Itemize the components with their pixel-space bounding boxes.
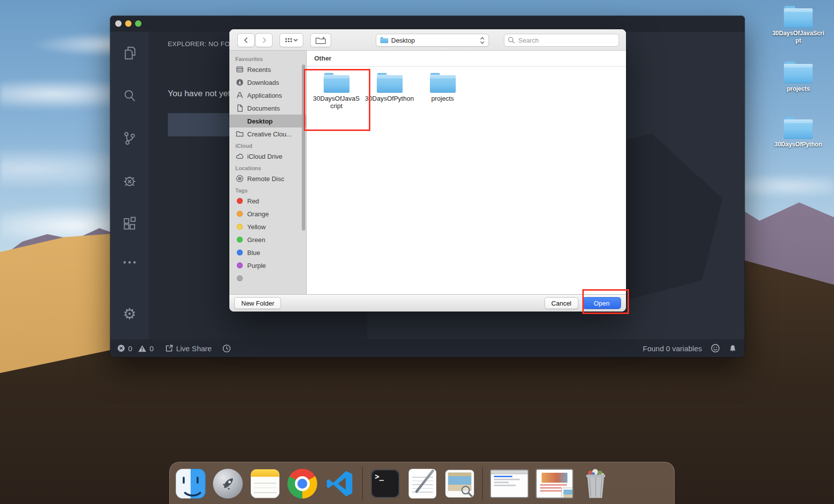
sidebar-item-applications[interactable]: Applications [229, 89, 306, 102]
window-minimize-button[interactable] [125, 20, 132, 27]
sidebar-item-creative-cloud[interactable]: Creative Clou... [229, 127, 306, 140]
open-button[interactable]: Open [582, 297, 621, 309]
source-control-icon[interactable] [110, 117, 149, 160]
location-dropdown-value: Desktop [391, 37, 415, 44]
dock-minimized-window-icon[interactable] [489, 468, 529, 500]
warning-count: 0 [149, 344, 153, 353]
live-share-label: Live Share [176, 344, 212, 353]
dialog-folder-30daysofpython[interactable]: 30DaysOfPython [363, 73, 416, 110]
sidebar-tag-yellow[interactable]: Yellow [229, 220, 306, 233]
extensions-icon[interactable] [110, 202, 149, 245]
finder-open-dialog: Desktop Favourites [229, 29, 626, 312]
error-icon [117, 344, 125, 352]
desktop-folder-label: 30DaysOfJavaScript [770, 30, 826, 45]
dialog-folder-30daysofjavascript[interactable]: 30DaysOfJavaScript [310, 73, 363, 110]
dock-chrome-icon[interactable] [286, 468, 318, 500]
dock-launchpad-icon[interactable] [212, 468, 244, 500]
search-icon[interactable] [110, 74, 149, 117]
sidebar-item-label: Recents [247, 66, 271, 73]
new-folder-toolbar-button[interactable] [310, 33, 331, 47]
dock: >_ [169, 462, 675, 504]
sidebar-tag-partial[interactable] [229, 272, 306, 285]
more-actions-icon[interactable] [110, 245, 149, 280]
applications-icon [235, 91, 244, 99]
tag-label: Blue [247, 249, 260, 256]
sidebar-item-documents[interactable]: Documents [229, 102, 306, 115]
search-input[interactable] [517, 36, 615, 45]
tag-label: Red [247, 197, 259, 205]
dock-trash-icon[interactable] [580, 468, 612, 500]
folder-icon [377, 73, 403, 93]
documents-icon [235, 104, 244, 112]
clock-icon[interactable] [222, 344, 231, 353]
dock-textedit-icon[interactable] [407, 468, 438, 500]
dock-vscode-icon[interactable] [324, 468, 355, 500]
sidebar-tag-red[interactable]: Red [229, 194, 306, 207]
notifications-bell-icon[interactable] [729, 344, 737, 353]
dock-preview-icon[interactable] [444, 468, 476, 500]
folder-icon [784, 117, 813, 139]
disc-icon [235, 175, 244, 183]
dock-separator [482, 467, 483, 501]
desktop-folder-projects[interactable]: projects [766, 62, 830, 93]
sidebar-item-icloud-drive[interactable]: iCloud Drive [229, 150, 306, 163]
tag-color-dot [237, 237, 243, 243]
tag-color-dot [237, 224, 243, 230]
tag-color-dot [237, 211, 243, 217]
tag-color-dot [237, 198, 243, 204]
dialog-folder-label: 30DaysOfJavaScript [312, 95, 361, 110]
sidebar-scrollbar[interactable] [302, 64, 305, 231]
share-icon [165, 344, 173, 353]
new-folder-button[interactable]: New Folder [234, 297, 281, 309]
window-zoom-button[interactable] [135, 20, 141, 27]
dock-notes-icon[interactable] [249, 468, 281, 500]
explorer-icon[interactable] [110, 32, 149, 74]
tag-label: Yellow [247, 223, 266, 231]
sidebar-item-downloads[interactable]: Downloads [229, 76, 306, 89]
dock-terminal-icon[interactable]: >_ [369, 468, 401, 500]
search-field[interactable] [504, 34, 619, 47]
live-share-button[interactable]: Live Share [165, 344, 212, 353]
error-count: 0 [128, 344, 132, 353]
dialog-folder-label: projects [418, 95, 468, 103]
sidebar-item-remote-disc[interactable]: Remote Disc [229, 172, 306, 185]
desktop: 30DaysOfJavaScript projects 30DaysOfPyth… [0, 0, 834, 504]
back-button[interactable] [237, 33, 255, 47]
tag-label: Green [247, 236, 265, 244]
folder-icon [380, 37, 388, 43]
sidebar-section-tags: Tags [229, 185, 306, 194]
cloud-icon [235, 152, 244, 160]
problems-indicator[interactable]: 0 0 [117, 344, 154, 353]
dialog-folder-projects[interactable]: projects [416, 73, 469, 110]
desktop-folder-30daysofjavascript[interactable]: 30DaysOfJavaScript [766, 6, 830, 45]
dock-minimized-window-icon[interactable] [535, 468, 574, 500]
window-close-button[interactable] [115, 20, 122, 27]
debug-icon[interactable] [110, 160, 149, 202]
tag-color-dot [237, 250, 243, 255]
sidebar-section-favourites: Favourites [229, 54, 306, 63]
feedback-smiley-icon[interactable] [711, 344, 720, 353]
dock-finder-icon[interactable] [175, 468, 207, 500]
desktop-folder-30daysofpython[interactable]: 30DaysOfPython [766, 117, 830, 148]
dialog-sidebar: Favourites Recents Downloads [229, 51, 307, 295]
sidebar-tag-blue[interactable]: Blue [229, 246, 306, 259]
sidebar-item-recents[interactable]: Recents [229, 63, 306, 76]
sidebar-tag-purple[interactable]: Purple [229, 259, 306, 272]
variables-status: Found 0 variables [643, 344, 702, 353]
desktop-folder-label: projects [770, 85, 826, 93]
settings-gear-icon[interactable]: ⚙ [110, 293, 149, 335]
sidebar-tag-orange[interactable]: Orange [229, 207, 306, 220]
content-section-header: Other [307, 51, 626, 66]
tag-color-dot [237, 262, 243, 268]
downloads-icon [235, 78, 244, 86]
sidebar-tag-green[interactable]: Green [229, 233, 306, 246]
location-dropdown[interactable]: Desktop [376, 34, 489, 47]
preview-badge-icon [561, 488, 573, 499]
sidebar-item-desktop[interactable]: Desktop [229, 115, 306, 127]
folder-icon [235, 130, 244, 138]
tag-label: Purple [247, 262, 266, 269]
cancel-button[interactable]: Cancel [545, 297, 578, 309]
view-options-button[interactable] [279, 33, 303, 47]
forward-button[interactable] [255, 33, 273, 47]
recents-icon [235, 65, 244, 73]
